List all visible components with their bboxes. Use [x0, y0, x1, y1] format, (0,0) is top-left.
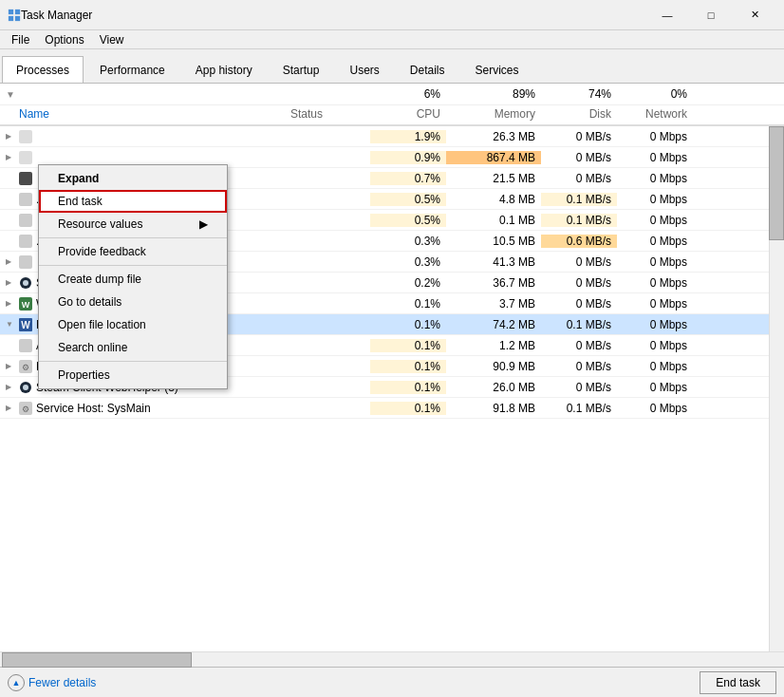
menu-options[interactable]: Options [37, 31, 91, 48]
row-network: 0 Mbps [617, 151, 693, 164]
row-cpu: 0.1% [370, 339, 446, 352]
app-icon [8, 9, 21, 22]
row-network: 0 Mbps [617, 130, 693, 143]
svg-rect-1 [15, 9, 20, 13]
tab-bar: Processes Performance App history Startu… [0, 49, 784, 84]
menu-view[interactable]: View [92, 31, 132, 48]
svg-rect-3 [15, 15, 20, 20]
row-disk: 0 MB/s [541, 381, 617, 394]
row-disk: 0.1 MB/s [541, 193, 617, 206]
tab-processes[interactable]: Processes [2, 56, 84, 83]
expand-icon[interactable]: ▶ [6, 299, 15, 309]
ctx-separator-3 [39, 361, 227, 362]
row-memory: 26.0 MB [446, 381, 541, 394]
horizontal-scrollbar[interactable] [0, 651, 784, 667]
end-task-button[interactable]: End task [700, 671, 776, 694]
row-network: 0 Mbps [617, 172, 693, 185]
row-cpu: 1.9% [370, 130, 446, 143]
row-memory: 3.7 MB [446, 297, 541, 311]
tab-app-history[interactable]: App history [181, 56, 267, 83]
menu-bar: File Options View [0, 30, 784, 49]
expand-icon[interactable]: ▶ [6, 132, 15, 141]
cpu-pct-val: 6% [370, 84, 446, 104]
scrollbar-thumb[interactable] [769, 126, 784, 240]
ctx-resource-values[interactable]: Resource values ▶ [39, 213, 227, 235]
row-cpu: 0.1% [370, 402, 446, 415]
svg-text:⚙: ⚙ [22, 405, 29, 414]
row-disk: 0 MB/s [541, 255, 617, 269]
sort-arrow: ▼ [0, 84, 285, 104]
proc-icon-7 [19, 255, 32, 269]
row-name: ▶ ⚙ Service Host: SysMain [0, 402, 285, 415]
ctx-properties[interactable]: Properties [39, 364, 227, 386]
ctx-create-dump[interactable]: Create dump file [39, 268, 227, 291]
close-button[interactable]: ✕ [733, 0, 776, 30]
proc-icon-4 [19, 193, 32, 206]
ctx-open-file[interactable]: Open file location [39, 313, 227, 336]
wildtangent-icon: W [19, 297, 32, 311]
ctx-end-task[interactable]: End task [39, 190, 227, 213]
table-row[interactable]: ▶ 1.9% 26.3 MB 0 MB/s 0 Mbps [0, 126, 769, 147]
context-menu: Expand End task Resource values ▶ Provid… [38, 164, 228, 389]
ctx-search-online[interactable]: Search online [39, 336, 227, 359]
table-row[interactable]: ▶ ⚙ Service Host: SysMain 0.1% 91.8 MB 0… [0, 398, 769, 419]
gear-icon: ⚙ [19, 360, 32, 373]
row-cpu: 0.1% [370, 360, 446, 373]
row-network: 0 Mbps [617, 360, 693, 373]
disk-pct-val: 74% [541, 84, 617, 104]
row-memory: 36.7 MB [446, 276, 541, 290]
tab-performance[interactable]: Performance [85, 56, 179, 83]
expand-icon[interactable]: ▶ [6, 278, 15, 288]
col-network[interactable]: Network [617, 105, 693, 124]
menu-file[interactable]: File [4, 31, 37, 48]
minimize-button[interactable]: — [645, 0, 689, 30]
row-memory: 867.4 MB [446, 151, 541, 164]
col-disk[interactable]: Disk [541, 105, 617, 124]
h-scrollbar-thumb[interactable] [2, 652, 192, 668]
row-disk: 0.1 MB/s [541, 214, 617, 227]
tab-users[interactable]: Users [335, 56, 393, 83]
col-cpu[interactable]: CPU [370, 105, 446, 124]
row-disk: 0 MB/s [541, 360, 617, 373]
vertical-scrollbar[interactable] [769, 126, 784, 651]
tab-details[interactable]: Details [396, 56, 459, 83]
tab-startup[interactable]: Startup [269, 56, 334, 83]
ctx-expand[interactable]: Expand [39, 167, 227, 190]
row-memory: 0.1 MB [446, 214, 541, 227]
row-cpu: 0.1% [370, 297, 446, 311]
svg-rect-2 [9, 15, 13, 20]
col-memory[interactable]: Memory [446, 105, 541, 124]
row-network: 0 Mbps [617, 402, 693, 415]
expand-icon[interactable]: ▶ [6, 257, 15, 267]
expand-icon[interactable]: ▶ [6, 153, 15, 162]
row-memory: 21.5 MB [446, 172, 541, 185]
col-name[interactable]: Name [0, 105, 285, 124]
row-network: 0 Mbps [617, 276, 693, 290]
ctx-provide-feedback[interactable]: Provide feedback [39, 240, 227, 263]
word-icon: W [19, 318, 32, 331]
ctx-separator-2 [39, 265, 227, 266]
steam-icon-2 [19, 381, 32, 394]
expand-icon[interactable]: ▼ [6, 320, 15, 330]
column-percentages: ▼ 6% 89% 74% 0% [0, 84, 784, 105]
fewer-details-button[interactable]: ▲ Fewer details [8, 674, 96, 691]
cpu-percent [285, 84, 370, 104]
proc-icon-5 [19, 214, 32, 227]
main-content: ▼ 6% 89% 74% 0% Name Status CPU Memory D… [0, 84, 784, 667]
maximize-button[interactable]: □ [689, 0, 733, 30]
gear-icon-2: ⚙ [19, 402, 32, 415]
expand-icon[interactable]: ▶ [6, 404, 15, 413]
row-cpu: 0.1% [370, 318, 446, 331]
steam-icon [19, 276, 32, 290]
row-name-text: Service Host: SysMain [36, 402, 151, 415]
row-memory: 26.3 MB [446, 130, 541, 143]
row-cpu: 0.3% [370, 255, 446, 269]
tab-services[interactable]: Services [461, 56, 533, 83]
expand-icon[interactable]: ▶ [6, 362, 15, 371]
col-status[interactable]: Status [285, 105, 370, 124]
svg-point-14 [23, 385, 28, 390]
ctx-go-to-details[interactable]: Go to details [39, 291, 227, 313]
proc-icon-6 [19, 235, 32, 248]
row-disk: 0 MB/s [541, 172, 617, 185]
expand-icon[interactable]: ▶ [6, 383, 15, 392]
